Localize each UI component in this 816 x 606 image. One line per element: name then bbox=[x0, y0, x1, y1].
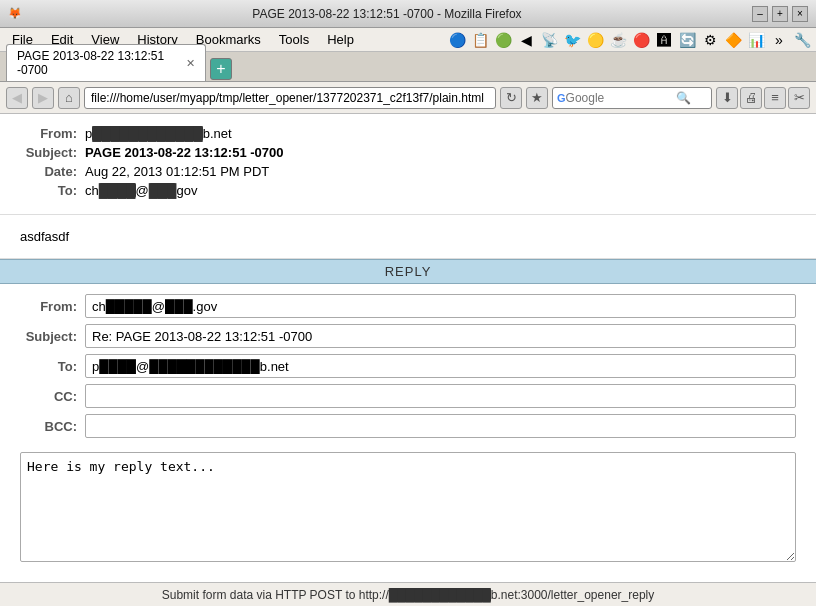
addressbar: ◀ ▶ ⌂ ↻ ★ G 🔍 ⬇ 🖨 ≡ ✂ bbox=[0, 82, 816, 114]
reply-header: REPLY bbox=[0, 259, 816, 284]
statusbar-url-redacted: ████████████ bbox=[389, 588, 491, 602]
address-input[interactable] bbox=[84, 87, 496, 109]
to-suffix2: gov bbox=[176, 183, 197, 198]
download-button[interactable]: ⬇ bbox=[716, 87, 738, 109]
forward-button[interactable]: ▶ bbox=[32, 87, 54, 109]
window-title: PAGE 2013-08-22 13:12:51 -0700 - Mozilla… bbox=[22, 7, 752, 21]
reply-cc-label: CC: bbox=[20, 389, 85, 404]
to-at: @ bbox=[136, 183, 149, 198]
statusbar: Submit form data via HTTP POST to http:/… bbox=[0, 582, 816, 606]
tabbar: PAGE 2013-08-22 13:12:51 -0700 ✕ + bbox=[0, 52, 816, 82]
toolbar-icon-9[interactable]: 🔴 bbox=[631, 30, 651, 50]
toolbar-icon-14[interactable]: 🔧 bbox=[792, 30, 812, 50]
toolbar-icon-11[interactable]: 🔄 bbox=[677, 30, 697, 50]
firefox-icon: 🦊 bbox=[8, 7, 22, 20]
date-value: Aug 22, 2013 01:12:51 PM PDT bbox=[85, 164, 796, 179]
reply-cc-row: CC: bbox=[20, 384, 796, 408]
home-button[interactable]: ⌂ bbox=[58, 87, 80, 109]
reply-header-text: REPLY bbox=[385, 264, 432, 279]
to-redacted: ████ bbox=[99, 183, 136, 198]
search-bar: G 🔍 bbox=[552, 87, 712, 109]
date-row: Date: Aug 22, 2013 01:12:51 PM PDT bbox=[20, 164, 796, 179]
new-tab-button[interactable]: + bbox=[210, 58, 232, 80]
toolbar-icon-6[interactable]: 🐦 bbox=[562, 30, 582, 50]
window-titlebar: 🦊 PAGE 2013-08-22 13:12:51 -0700 - Mozil… bbox=[0, 0, 816, 28]
toolbar-icon-4[interactable]: ◀ bbox=[516, 30, 536, 50]
bookmark-button[interactable]: ★ bbox=[526, 87, 548, 109]
active-tab[interactable]: PAGE 2013-08-22 13:12:51 -0700 ✕ bbox=[6, 44, 206, 81]
toolbar-icon-3[interactable]: 🟢 bbox=[493, 30, 513, 50]
menu-tools[interactable]: Tools bbox=[271, 30, 317, 49]
toolbar-icon-5[interactable]: 📡 bbox=[539, 30, 559, 50]
main-content: From: p████████████b.net Subject: PAGE 2… bbox=[0, 114, 816, 582]
toolbar-icon-1[interactable]: 🔵 bbox=[447, 30, 467, 50]
back-button[interactable]: ◀ bbox=[6, 87, 28, 109]
subject-value: PAGE 2013-08-22 13:12:51 -0700 bbox=[85, 145, 796, 160]
toolbar-more[interactable]: » bbox=[769, 30, 789, 50]
reply-bcc-input[interactable] bbox=[85, 414, 796, 438]
search-input[interactable] bbox=[566, 91, 676, 105]
tab-close-icon[interactable]: ✕ bbox=[186, 57, 195, 70]
date-label: Date: bbox=[20, 164, 85, 179]
toolbar-icon-7[interactable]: 🟡 bbox=[585, 30, 605, 50]
reply-subject-input[interactable] bbox=[85, 324, 796, 348]
to-label: To: bbox=[20, 183, 85, 198]
reply-subject-row: Subject: bbox=[20, 324, 796, 348]
extra-buttons: ⬇ 🖨 ≡ ✂ bbox=[716, 87, 810, 109]
reply-form: From: Subject: To: CC: BCC: Here is my r… bbox=[0, 284, 816, 575]
extra-btn-2[interactable]: ✂ bbox=[788, 87, 810, 109]
subject-row: Subject: PAGE 2013-08-22 13:12:51 -0700 bbox=[20, 145, 796, 160]
to-redacted2: ███ bbox=[149, 183, 177, 198]
reply-cc-input[interactable] bbox=[85, 384, 796, 408]
reply-to-label: To: bbox=[20, 359, 85, 374]
reply-bcc-row: BCC: bbox=[20, 414, 796, 438]
to-row: To: ch████@███gov bbox=[20, 183, 796, 198]
statusbar-url-suffix: b.net:3000/letter_opener_reply bbox=[491, 588, 654, 602]
toolbar-icon-2[interactable]: 📋 bbox=[470, 30, 490, 50]
subject-label: Subject: bbox=[20, 145, 85, 160]
email-body: asdfasdf bbox=[0, 215, 816, 259]
reply-to-input[interactable] bbox=[85, 354, 796, 378]
search-icon[interactable]: 🔍 bbox=[676, 91, 691, 105]
reply-bcc-label: BCC: bbox=[20, 419, 85, 434]
restore-button[interactable]: + bbox=[772, 6, 788, 22]
toolbar-icon-13[interactable]: 📊 bbox=[746, 30, 766, 50]
window-controls: – + × bbox=[752, 6, 808, 22]
from-row: From: p████████████b.net bbox=[20, 126, 796, 141]
extra-btn-1[interactable]: ≡ bbox=[764, 87, 786, 109]
to-prefix: ch bbox=[85, 183, 99, 198]
tab-label: PAGE 2013-08-22 13:12:51 -0700 bbox=[17, 49, 180, 77]
statusbar-text: Submit form data via HTTP POST to http:/… bbox=[162, 588, 389, 602]
reply-from-input[interactable] bbox=[85, 294, 796, 318]
toolbar-icon-10[interactable]: 🅰 bbox=[654, 30, 674, 50]
from-redacted: ████████████ bbox=[92, 126, 203, 141]
email-body-text: asdfasdf bbox=[20, 229, 69, 244]
menu-help[interactable]: Help bbox=[319, 30, 362, 49]
toolbar-icon-8[interactable]: ☕ bbox=[608, 30, 628, 50]
close-button[interactable]: × bbox=[792, 6, 808, 22]
email-header: From: p████████████b.net Subject: PAGE 2… bbox=[0, 114, 816, 215]
refresh-button[interactable]: ↻ bbox=[500, 87, 522, 109]
reply-subject-label: Subject: bbox=[20, 329, 85, 344]
toolbar-icons: 🔵 📋 🟢 ◀ 📡 🐦 🟡 ☕ 🔴 🅰 🔄 ⚙ 🔶 📊 » 🔧 bbox=[447, 30, 812, 50]
minimize-button[interactable]: – bbox=[752, 6, 768, 22]
from-label: From: bbox=[20, 126, 85, 141]
google-logo: G bbox=[557, 92, 566, 104]
print-button[interactable]: 🖨 bbox=[740, 87, 762, 109]
reply-from-row: From: bbox=[20, 294, 796, 318]
reply-body-textarea[interactable]: Here is my reply text... bbox=[20, 452, 796, 562]
to-value: ch████@███gov bbox=[85, 183, 796, 198]
reply-from-label: From: bbox=[20, 299, 85, 314]
toolbar-icon-12[interactable]: 🔶 bbox=[723, 30, 743, 50]
toolbar-icon-gh[interactable]: ⚙ bbox=[700, 30, 720, 50]
from-suffix: b.net bbox=[203, 126, 232, 141]
reply-to-row: To: bbox=[20, 354, 796, 378]
from-value: p████████████b.net bbox=[85, 126, 796, 141]
